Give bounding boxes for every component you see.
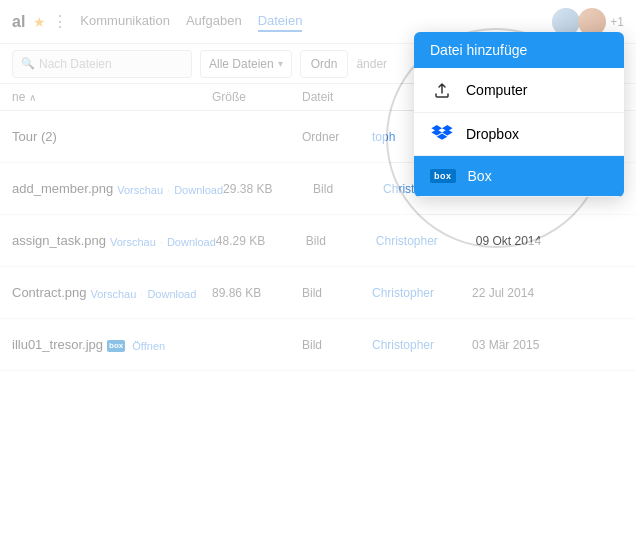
cell-uploader[interactable]: Christopher [372,338,472,352]
computer-label: Computer [466,82,527,98]
cell-size: 29.38 KB [223,182,313,196]
dropbox-icon [430,125,454,143]
dropdown-menu: Datei hinzufüge Computer [414,32,624,197]
download-link[interactable]: Download [174,184,223,196]
tab-aufgaben[interactable]: Aufgaben [186,11,242,32]
vorschau-link[interactable]: Vorschau [90,288,136,300]
cell-date: 09 Okt 2014 [476,234,576,248]
file-name: illu01_tresor.jpg [12,337,103,352]
file-name-cell: add_member.png Vorschau · Download [12,181,223,196]
separator: · [167,184,170,196]
more-options-icon[interactable]: ⋮ [52,12,68,31]
filter-label: Alle Dateien [209,57,274,71]
tab-dateien[interactable]: Dateien [258,11,303,32]
ordner-label: Ordn [311,57,338,71]
upload-icon [430,80,454,100]
col-name-label: ne [12,90,25,104]
page-title: al [12,13,25,31]
search-icon: 🔍 [21,57,35,70]
dropdown-item-box[interactable]: box Box [414,156,624,197]
dropdown-header: Datei hinzufüge [414,32,624,68]
cell-size: 48.29 KB [216,234,306,248]
file-name-cell: Tour (2) [12,129,212,144]
file-name: assign_task.png [12,233,106,248]
file-name: Tour (2) [12,129,57,144]
vorschau-link[interactable]: Vorschau [117,184,163,196]
search-placeholder: Nach Dateien [39,57,112,71]
file-name-cell: illu01_tresor.jpg box Öffnen [12,337,212,352]
table-row: assign_task.png Vorschau · Download 48.2… [0,215,636,267]
cell-type: Bild [313,182,383,196]
table-row: Contract.png Vorschau · Download 89.86 K… [0,267,636,319]
avatar-plus-count: +1 [610,15,624,29]
box-label: Box [468,168,492,184]
file-name: Contract.png [12,285,86,300]
box-menu-icon: box [430,169,456,183]
dropdown-item-computer[interactable]: Computer [414,68,624,113]
file-name: add_member.png [12,181,113,196]
cell-uploader[interactable]: Christopher [376,234,476,248]
cell-type: Bild [306,234,376,248]
file-actions: box Öffnen [107,340,165,352]
dropdown-header-label: Datei hinzufüge [430,42,527,58]
file-actions: Vorschau · Download [110,236,216,248]
nav-tabs: Kommunikation Aufgaben Dateien [80,11,552,32]
tab-kommunikation[interactable]: Kommunikation [80,11,170,32]
dropdown-item-dropbox[interactable]: Dropbox [414,113,624,156]
col-size-header: Größe [212,90,302,104]
cell-type: Ordner [302,130,372,144]
search-box[interactable]: 🔍 Nach Dateien [12,50,192,78]
sort-arrow-icon: ∧ [29,92,36,103]
file-actions: Vorschau · Download [90,288,196,300]
box-icon: box [107,340,125,352]
filter-dropdown[interactable]: Alle Dateien ▾ [200,50,292,78]
cell-size: 89.86 KB [212,286,302,300]
separator: · [160,236,163,248]
vorschau-link[interactable]: Vorschau [110,236,156,248]
cell-type: Bild [302,286,372,300]
table-row: illu01_tresor.jpg box Öffnen Bild Christ… [0,319,636,371]
star-icon[interactable]: ★ [33,14,46,30]
cell-date: 03 Mär 2015 [472,338,572,352]
file-actions: Vorschau · Download [117,184,223,196]
download-link[interactable]: Download [167,236,216,248]
folder-type-label: Ordner [302,130,339,144]
separator: · [140,288,143,300]
download-link[interactable]: Download [147,288,196,300]
col-type-header: Dateit [302,90,372,104]
chevron-down-icon: ▾ [278,58,283,69]
oeffnen-link[interactable]: Öffnen [132,340,165,352]
cell-uploader[interactable]: Christopher [372,286,472,300]
ordner-button[interactable]: Ordn [300,50,349,78]
cell-type: Bild [302,338,372,352]
dropbox-label: Dropbox [466,126,519,142]
cell-date: 22 Jul 2014 [472,286,572,300]
file-name-cell: Contract.png Vorschau · Download [12,285,212,300]
file-name-cell: assign_task.png Vorschau · Download [12,233,216,248]
col-name-header: ne ∧ [12,90,212,104]
